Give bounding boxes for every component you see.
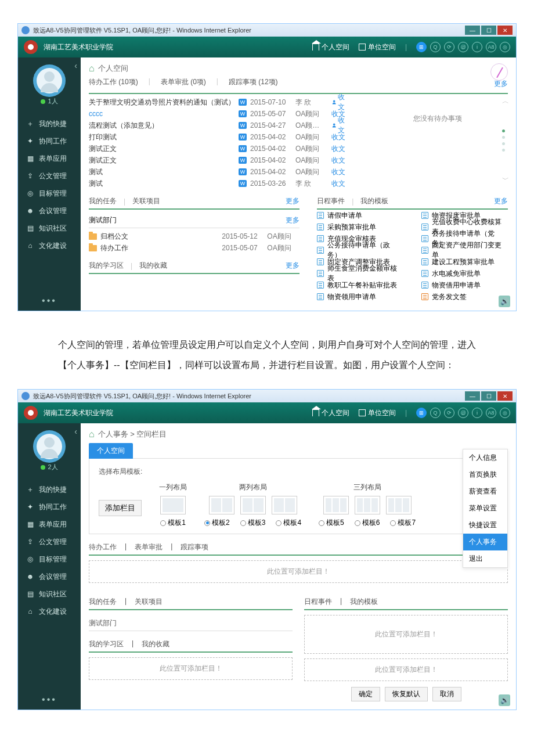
settings-menu-item[interactable]: 薪资查看 <box>463 483 507 500</box>
speaker-icon[interactable]: 🔊 <box>499 694 510 706</box>
nav-personal-space[interactable]: 个人空间 <box>312 408 349 418</box>
sidebar-item-2[interactable]: ▦表单应用 <box>18 150 81 167</box>
sidebar-item-3[interactable]: ⇪公文管理 <box>18 167 81 185</box>
sidebar-more-icon[interactable]: ••• <box>18 694 81 705</box>
settings-menu-item[interactable]: 个人信息 <box>463 449 507 466</box>
sidebar-item-2[interactable]: ▦表单应用 <box>18 516 81 533</box>
template-item[interactable]: 教职工午餐补贴审批表 <box>317 279 403 291</box>
layout-thumb[interactable] <box>240 496 266 514</box>
more-link[interactable]: 更多 <box>286 215 300 225</box>
radio-template1[interactable]: 模板1 <box>160 518 186 528</box>
radio-template4[interactable]: 模板4 <box>276 518 301 528</box>
sidebar-more-icon[interactable]: ••• <box>18 296 81 306</box>
tab-study[interactable]: 我的学习区 <box>89 261 124 271</box>
sidebar-item-1[interactable]: ✦协同工作 <box>18 498 81 516</box>
sidebar-item-1[interactable]: ✦协同工作 <box>18 132 81 150</box>
chevron-up-icon[interactable]: ︿ <box>502 96 509 106</box>
task-title[interactable]: 流程测试（添加意见） <box>89 121 235 131</box>
speaker-icon[interactable]: 🔊 <box>499 296 510 307</box>
sidebar-item-0[interactable]: ＋我的快捷 <box>18 115 81 132</box>
a8-icon[interactable]: A8 <box>486 42 496 52</box>
sidebar-item-3[interactable]: ⇪公文管理 <box>18 533 81 550</box>
task-title[interactable]: 测试 <box>89 167 235 177</box>
info-icon[interactable]: i <box>472 408 482 418</box>
gear-icon[interactable]: ◎ <box>500 408 510 418</box>
radio-template5[interactable]: 模板5 <box>319 518 344 528</box>
tab-mytasks[interactable]: 我的任务 <box>89 196 117 206</box>
max-button[interactable]: ☐ <box>481 391 496 401</box>
template-item[interactable]: 党务发文签 <box>421 291 508 303</box>
template-item[interactable]: 师生食堂消费金额审核表 <box>317 268 403 279</box>
tab-favorites[interactable]: 我的收藏 <box>142 639 169 649</box>
tab-templates[interactable]: 我的模板 <box>360 196 388 206</box>
sidebar-item-6[interactable]: ▤知识社区 <box>18 585 81 603</box>
tab-personal-space[interactable]: 个人空间 <box>89 443 133 459</box>
user-avatar[interactable] <box>33 430 66 463</box>
nav-personal-space[interactable]: 个人空间 <box>312 42 349 52</box>
template-item[interactable]: 公务接待申请单（政务） <box>317 244 403 256</box>
chevron-down-icon[interactable]: ﹀ <box>502 175 509 185</box>
search-icon[interactable]: Q <box>430 408 441 418</box>
tab-related[interactable]: 关联项目 <box>132 196 160 206</box>
close-button[interactable]: ✕ <box>497 391 513 401</box>
drop-zone[interactable]: 此位置可添加栏目！ <box>304 615 508 654</box>
task-title[interactable]: 测试正文 <box>89 156 235 165</box>
radio-template7[interactable]: 模板7 <box>390 518 416 528</box>
settings-menu-item[interactable]: 个人事务 <box>463 534 507 550</box>
add-section-button[interactable]: 添加栏目 <box>99 500 142 516</box>
settings-menu-item[interactable]: 菜单设置 <box>463 500 507 517</box>
sidebar-item-4[interactable]: ◎目标管理 <box>18 185 81 202</box>
sidebar-item-7[interactable]: ⌂文化建设 <box>18 603 81 620</box>
more-link[interactable]: 更多 <box>286 196 300 206</box>
settings-menu-item[interactable]: 首页换肤 <box>463 466 507 483</box>
layout-thumb[interactable] <box>323 496 349 514</box>
radio-template3[interactable]: 模板3 <box>240 518 266 528</box>
min-button[interactable]: — <box>465 26 480 35</box>
min-button[interactable]: — <box>465 391 480 401</box>
task-title[interactable]: cccc <box>89 110 235 118</box>
template-item[interactable]: 采购预算审批单 <box>317 221 403 233</box>
drop-zone[interactable]: 此位置可添加栏目！ <box>89 657 293 680</box>
layout-thumb[interactable] <box>160 496 186 514</box>
at-icon[interactable]: @ <box>458 42 468 52</box>
tab-tracking[interactable]: 跟踪事项 (12项) <box>229 77 278 87</box>
settings-menu-item[interactable]: 退出 <box>463 550 507 567</box>
task-title[interactable]: 打印测试 <box>89 132 235 142</box>
tab-tracking[interactable]: 跟踪事项 <box>181 542 208 552</box>
search-icon[interactable]: Q <box>430 42 441 52</box>
refresh-icon[interactable]: ⟳ <box>444 42 454 52</box>
user-avatar[interactable] <box>33 64 66 97</box>
radio-template2[interactable]: 模板2 <box>204 518 230 528</box>
layout-thumb[interactable] <box>355 496 380 514</box>
max-button[interactable]: ☐ <box>481 26 496 35</box>
apps-icon[interactable]: ⊞ <box>416 408 427 418</box>
radio-template6[interactable]: 模板6 <box>355 518 380 528</box>
sidebar-item-0[interactable]: ＋我的快捷 <box>18 481 81 498</box>
layout-thumb[interactable] <box>272 496 297 514</box>
nav-unit-space[interactable]: 单位空间 <box>359 42 396 52</box>
tab-approval[interactable]: 表单审批 <box>135 542 163 552</box>
template-item[interactable]: 物资借用申请单 <box>421 279 508 291</box>
sidebar-item-4[interactable]: ◎目标管理 <box>18 550 81 568</box>
drop-zone[interactable]: 此位置可添加栏目！ <box>304 658 508 681</box>
tab-mytasks[interactable]: 我的任务 <box>89 597 117 607</box>
gear-icon[interactable]: ◎ <box>500 42 510 52</box>
reset-button[interactable]: 恢复默认 <box>385 687 428 701</box>
tab-templates[interactable]: 我的模板 <box>350 597 378 607</box>
nav-unit-space[interactable]: 单位空间 <box>359 408 396 418</box>
folder-title[interactable]: 归档公文 <box>100 232 218 242</box>
compass-icon[interactable] <box>490 63 508 81</box>
tab-approval[interactable]: 表单审批 (0项) <box>161 77 206 87</box>
more-link[interactable]: 更多 <box>494 196 508 206</box>
tab-study[interactable]: 我的学习区 <box>89 639 124 649</box>
sidebar-item-7[interactable]: ⌂文化建设 <box>18 237 81 254</box>
folder-title[interactable]: 待办工作 <box>100 243 218 253</box>
tab-favorites[interactable]: 我的收藏 <box>139 261 167 271</box>
cancel-button[interactable]: 取消 <box>432 687 461 701</box>
sidebar-item-6[interactable]: ▤知识社区 <box>18 219 81 237</box>
close-button[interactable]: ✕ <box>497 26 513 35</box>
info-icon[interactable]: i <box>472 42 482 52</box>
more-link[interactable]: 更多 <box>286 261 300 271</box>
drop-zone[interactable]: 此位置可添加栏目！ <box>89 560 508 583</box>
tab-schedule[interactable]: 日程事件 <box>317 196 345 206</box>
